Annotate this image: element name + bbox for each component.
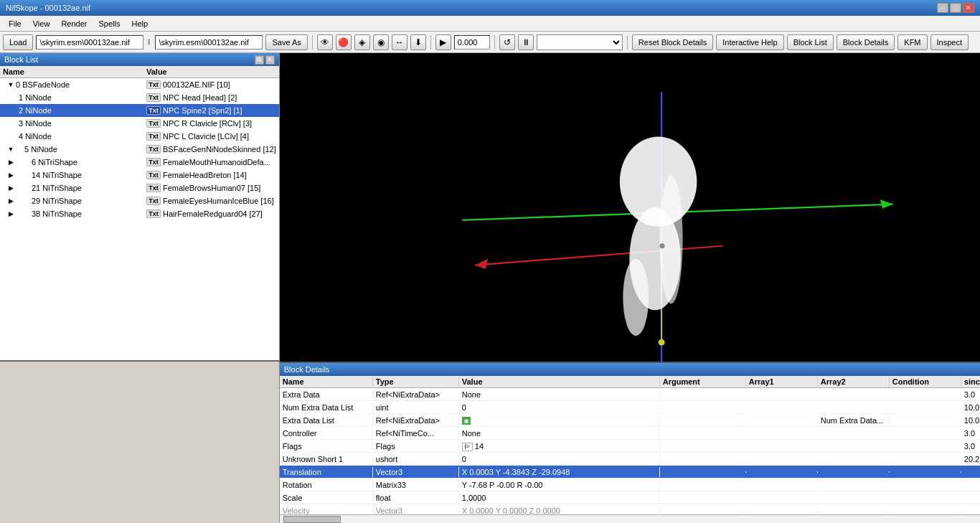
bl-cell-value-4: Txt NPC L Clavicle [LClv] [4] [143, 131, 279, 141]
bd-col-arg: Argument [660, 377, 746, 387]
bl-cell-value-2: Txt NPC Spine2 [Spn2] [1] [143, 105, 279, 116]
block-list-header: Block List ⧉ ✕ [0, 53, 279, 66]
close-icon: ✕ [966, 4, 971, 11]
inspect-button[interactable]: Inspect [930, 34, 969, 50]
close-button[interactable]: ✕ [963, 3, 974, 13]
save-as-button[interactable]: Save As [265, 34, 307, 50]
yellow-node-dot [658, 339, 664, 346]
bl-row-7[interactable]: ▶ 14 NiTriShape Txt FemaleHeadBreton [14… [0, 169, 279, 182]
sep-3 [494, 35, 495, 50]
bl-row-5[interactable]: ▼ 5 NiNode Txt BSFaceGenNiNodeSkinned [1… [0, 143, 279, 156]
tree-arrow-6[interactable]: ▶ [7, 159, 14, 166]
bd-col-type: Type [373, 377, 459, 387]
bl-cell-name-1: 1 NiNode [0, 93, 143, 103]
sep-4 [627, 35, 628, 50]
bl-cell-value-1: Txt NPC Head [Head] [2] [143, 93, 279, 103]
load-button[interactable]: Load [3, 34, 33, 50]
block-details-content[interactable]: Extra Data Ref<NiExtraData> None 3.0 4.2… [280, 388, 980, 523]
tree-arrow-0[interactable]: ▼ [7, 81, 14, 88]
view-icon-1[interactable]: 👁 [317, 34, 333, 50]
bl-row-6[interactable]: ▶ 6 NiTriShape Txt FemaleMouthHumanoidDe… [0, 156, 279, 169]
bl-row-2[interactable]: 2 NiNode Txt NPC Spine2 [Spn2] [1] [0, 104, 279, 117]
menu-file[interactable]: File [3, 18, 27, 29]
time-input[interactable] [454, 35, 490, 50]
tree-arrow-8[interactable]: ▶ [7, 184, 14, 192]
bd-row-flags[interactable]: Flags Flags 🏳 14 3.0 [280, 440, 980, 453]
bl-cell-name-8: ▶ 21 NiTriShape [0, 183, 143, 193]
interactive-help-button[interactable]: Interactive Help [716, 34, 783, 50]
reset-block-details-button[interactable]: Reset Block Details [632, 34, 713, 50]
bl-row-3[interactable]: 3 NiNode Txt NPC R Clavicle [RClv] [3] [0, 117, 279, 130]
restore-button[interactable]: □ [950, 3, 961, 13]
bl-cell-name-3: 3 NiNode [0, 118, 143, 128]
minimize-button[interactable]: ─ [937, 3, 948, 13]
sep-1 [312, 35, 313, 50]
bl-cell-name-2: 2 NiNode [0, 105, 143, 116]
tree-arrow-10[interactable]: ▶ [7, 210, 14, 217]
bd-col-name: Name [280, 377, 373, 387]
pause-button[interactable]: ⏸ [518, 34, 534, 50]
green-arrow-head [880, 199, 892, 209]
block-list-close-btn[interactable]: ✕ [265, 55, 275, 65]
bl-row-4[interactable]: 4 NiNode Txt NPC L Clavicle [LClv] [4] [0, 130, 279, 143]
bd-col-arr2: Array2 [818, 377, 890, 387]
bd-row-extra-data[interactable]: Extra Data Ref<NiExtraData> None 3.0 4.2… [280, 388, 980, 401]
bd-scrollbar-h-thumb[interactable] [283, 516, 341, 523]
kfm-button[interactable]: KFM [897, 34, 927, 50]
bl-row-1[interactable]: 1 NiNode Txt NPC Head [Head] [2] [0, 91, 279, 104]
red-axis-line [475, 246, 722, 265]
bd-row-controller[interactable]: Controller Ref<NiTimeCo... None 3.0 [280, 427, 980, 440]
loop-button[interactable]: ↺ [499, 34, 515, 50]
restore-icon: □ [953, 4, 957, 11]
character-hair [659, 175, 682, 303]
menu-render[interactable]: Render [55, 18, 93, 29]
bl-cell-value-6: Txt FemaleMouthHumanoidDefa... [143, 157, 279, 167]
view-icon-6[interactable]: ⬇ [410, 34, 426, 50]
tree-arrow-5[interactable]: ▼ [7, 146, 14, 153]
path-input-1[interactable] [36, 35, 143, 50]
anim-select[interactable] [537, 34, 623, 50]
block-details-button[interactable]: Block Details [837, 34, 895, 50]
bl-cell-name-4: 4 NiNode [0, 131, 143, 141]
bd-row-rotation[interactable]: Rotation Matrix33 Y -7.68 P -0.00 R -0.0… [280, 479, 980, 491]
bd-row-translation[interactable]: Translation Vector3 X 0.0003 Y -4.3843 Z… [280, 466, 980, 479]
title-bar-controls: ─ □ ✕ [937, 3, 974, 13]
menu-view[interactable]: View [27, 18, 56, 29]
title-bar: NifSkope - 000132ae.nif ─ □ ✕ [0, 0, 980, 16]
bl-row-10[interactable]: ▶ 38 NiTriShape Txt HairFemaleRedguard04… [0, 207, 279, 220]
bl-row-8[interactable]: ▶ 21 NiTriShape Txt FemaleBrowsHuman07 [… [0, 182, 279, 194]
play-button[interactable]: ▶ [435, 34, 451, 50]
block-list-button[interactable]: Block List [787, 34, 834, 50]
view-icon-4[interactable]: ◉ [373, 34, 389, 50]
block-list-content[interactable]: ▼ 0 BSFadeNode Txt 000132AE.NIF [10] 1 N… [0, 78, 279, 360]
menu-bar: File View Render Spells Help [0, 16, 980, 32]
viewport[interactable] [280, 53, 980, 362]
view-icon-2[interactable]: 🔴 [336, 34, 352, 50]
bl-col-name: Name [0, 67, 143, 77]
menu-help[interactable]: Help [126, 18, 154, 29]
axis-node-marker [659, 243, 664, 248]
bl-cell-name-9: ▶ 29 NiTriShape [0, 196, 143, 206]
bd-row-scale[interactable]: Scale float 1.0000 [280, 491, 980, 504]
bl-cell-name-7: ▶ 14 NiTriShape [0, 170, 143, 180]
red-arrow-head [475, 259, 488, 269]
view-icon-5[interactable]: ↔ [392, 34, 407, 50]
bd-row-num-extra-data[interactable]: Num Extra Data List uint 0 10.0.1.0 [280, 401, 980, 414]
bd-col-condition: Condition [890, 377, 961, 387]
bd-scrollbar-h[interactable] [280, 514, 980, 523]
bl-row-0[interactable]: ▼ 0 BSFadeNode Txt 000132AE.NIF [10] [0, 78, 279, 91]
toolbar: Load ⁞ Save As 👁 🔴 ◈ ◉ ↔ ⬇ ▶ ↺ ⏸ Reset B… [0, 32, 980, 53]
tree-arrow-9[interactable]: ▶ [7, 197, 14, 204]
bl-row-9[interactable]: ▶ 29 NiTriShape Txt FemaleEyesHumanIceBl… [0, 194, 279, 207]
bd-row-extra-data-list[interactable]: Extra Data List Ref<NiExtraData> ■ Num E… [280, 414, 980, 427]
menu-spells[interactable]: Spells [93, 18, 126, 29]
view-icon-3[interactable]: ◈ [354, 34, 370, 50]
tree-arrow-7[interactable]: ▶ [7, 171, 14, 179]
bl-cell-value-10: Txt HairFemaleRedguard04 [27] [143, 209, 279, 219]
block-list-panel: Block List ⧉ ✕ Name Value ▼ 0 BSFadeNode [0, 53, 279, 362]
bl-cell-name-0: ▼ 0 BSFadeNode [0, 80, 143, 90]
bd-row-unknown-short[interactable]: Unknown Short 1 ushort 0 20.2.0.7 [280, 453, 980, 466]
path-input-2[interactable] [155, 35, 263, 50]
bl-col-value: Value [143, 67, 279, 77]
block-list-float-btn[interactable]: ⧉ [255, 55, 264, 65]
